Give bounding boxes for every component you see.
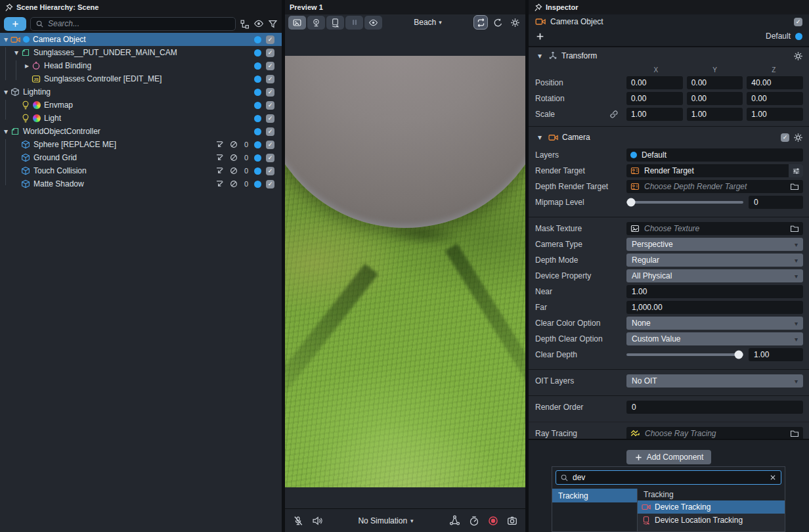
render-order-input[interactable]: 0 [626, 401, 803, 414]
layer-dot[interactable] [254, 49, 261, 56]
layer-dot[interactable] [254, 167, 261, 175]
layer-dot[interactable] [254, 141, 261, 148]
no-material-icon[interactable] [229, 140, 238, 149]
scale-x-input[interactable]: 1.00 [626, 108, 683, 121]
enabled-checkbox[interactable]: ✓ [266, 88, 274, 97]
device-property-select[interactable]: All Physical ▾ [626, 269, 803, 282]
position-x-input[interactable]: 0.00 [626, 76, 683, 89]
camera-type-select[interactable]: Perspective ▾ [626, 238, 803, 251]
no-material-icon[interactable] [229, 166, 238, 175]
clear-search-button[interactable] [769, 474, 777, 481]
preview-viewport[interactable] [285, 30, 525, 508]
image-mode-button[interactable] [288, 16, 306, 30]
mipmap-slider[interactable] [626, 201, 743, 204]
browse-button[interactable] [790, 182, 799, 191]
mipmap-value-input[interactable]: 0 [749, 196, 803, 209]
tree-row-envmap[interactable]: Envmap ✓ [0, 99, 282, 112]
performance-button[interactable] [469, 516, 479, 526]
layer-dot[interactable] [795, 33, 802, 40]
enabled-checkbox[interactable]: ✓ [266, 101, 274, 110]
chevron-down-icon[interactable]: ▾ [535, 51, 544, 60]
render-target-options-button[interactable] [789, 164, 803, 177]
clear-depth-value-input[interactable]: 1.00 [749, 348, 803, 361]
chevron-down-icon[interactable]: ▾ [12, 48, 21, 57]
expand-tree-button[interactable] [240, 19, 250, 29]
filter-button[interactable] [268, 19, 278, 29]
simulation-dropdown[interactable]: No Simulation ▾ [358, 516, 413, 525]
ray-tracing-field[interactable]: Choose Ray Tracing [626, 427, 803, 440]
enabled-checkbox[interactable]: ✓ [266, 154, 274, 162]
far-input[interactable]: 1,000.00 [626, 301, 803, 314]
device-motion-button[interactable] [449, 515, 460, 526]
slider-knob[interactable] [734, 351, 743, 359]
oit-layers-select[interactable]: No OIT ▾ [626, 374, 803, 388]
tree-row-sunglasses-controller[interactable]: Sunglasses Controller [EDIT_ME] ✓ [0, 72, 282, 85]
chevron-right-icon[interactable]: ▸ [22, 61, 32, 70]
visibility-button[interactable] [253, 18, 264, 29]
transform-section-header[interactable]: ▾ Transform [529, 47, 809, 64]
layer-dot[interactable] [254, 128, 261, 135]
layer-dot[interactable] [254, 89, 261, 96]
tree-row-head-binding[interactable]: ▸ Head Binding ✓ [0, 59, 282, 72]
tree-row-touch-collision[interactable]: Touch Collision 0 ✓ [0, 164, 282, 177]
tree-row-sunglasses[interactable]: ▾ Sunglasses__PUT_UNDER_MAIN_CAM ✓ [0, 46, 282, 59]
tree-row-camera-object[interactable]: ▾ Camera Object ✓ [0, 33, 282, 46]
add-object-button[interactable] [4, 17, 26, 31]
pause-button[interactable] [345, 16, 363, 30]
enabled-checkbox[interactable]: ✓ [266, 75, 274, 83]
speaker-button[interactable] [312, 516, 322, 526]
object-enabled-checkbox[interactable]: ✓ [794, 18, 802, 26]
rotation-x-input[interactable]: 0.00 [626, 92, 683, 105]
depth-clear-option-select[interactable]: Custom Value ▾ [626, 332, 803, 345]
tree-row-worldobjectcontroller[interactable]: ▾ WorldObjectController ✓ [0, 125, 282, 138]
position-y-input[interactable]: 0.00 [687, 76, 743, 89]
enabled-checkbox[interactable]: ✓ [266, 35, 274, 44]
webcam-mode-button[interactable] [307, 16, 325, 30]
layer-dot[interactable] [254, 102, 261, 109]
enabled-checkbox[interactable]: ✓ [266, 49, 274, 57]
layer-dot[interactable] [254, 76, 261, 83]
scale-y-input[interactable]: 1.00 [687, 108, 743, 121]
tree-row-matte-shadow[interactable]: Matte Shadow 0 ✓ [0, 177, 282, 190]
browse-button[interactable] [790, 224, 799, 233]
render-target-field[interactable]: Render Target [626, 164, 803, 177]
depth-mode-select[interactable]: Regular ▾ [626, 254, 803, 267]
hide-ui-button[interactable] [364, 16, 382, 30]
layer-dot[interactable] [254, 181, 261, 188]
no-material-icon[interactable] [229, 153, 238, 162]
environment-dropdown[interactable]: Beach ▾ [414, 18, 442, 27]
layer-dot[interactable] [254, 154, 261, 162]
layer-dot[interactable] [254, 62, 261, 70]
no-material-icon[interactable] [229, 179, 238, 188]
scale-z-input[interactable]: 1.00 [747, 108, 803, 121]
clear-color-option-select[interactable]: None ▾ [626, 317, 803, 330]
render-order-icon[interactable] [215, 140, 225, 149]
mask-texture-field[interactable]: Choose Texture [626, 222, 803, 235]
record-button[interactable] [488, 516, 498, 526]
slider-knob[interactable] [627, 198, 636, 207]
render-order-icon[interactable] [215, 153, 225, 162]
result-device-location-tracking[interactable]: Device Location Tracking [638, 514, 785, 527]
near-input[interactable]: 1.00 [626, 285, 803, 298]
chevron-down-icon[interactable]: ▾ [1, 87, 11, 97]
enabled-checkbox[interactable]: ✓ [266, 180, 274, 188]
chevron-down-icon[interactable]: ▾ [535, 133, 544, 142]
enabled-checkbox[interactable]: ✓ [266, 114, 274, 123]
device-rotate-button[interactable] [326, 16, 344, 30]
microphone-muted-button[interactable] [293, 516, 303, 526]
reset-preview-button[interactable] [491, 15, 505, 30]
snapshot-button[interactable] [507, 516, 517, 526]
restart-loop-button[interactable] [473, 15, 488, 30]
enabled-checkbox[interactable]: ✓ [266, 167, 274, 175]
tree-row-ground-grid[interactable]: Ground Grid 0 ✓ [0, 151, 282, 164]
tree-row-light[interactable]: Light ✓ [0, 112, 282, 125]
link-scale-icon[interactable] [609, 110, 619, 119]
rotation-y-input[interactable]: 0.00 [687, 92, 743, 105]
rotation-z-input[interactable]: 0.00 [747, 92, 803, 105]
enabled-checkbox[interactable]: ✓ [266, 141, 274, 149]
add-component-button[interactable]: Add Component [626, 450, 712, 464]
layer-dot[interactable] [254, 36, 261, 43]
position-z-input[interactable]: 40.00 [747, 76, 803, 89]
gear-icon[interactable] [793, 133, 803, 143]
tree-row-sphere[interactable]: Sphere [REPLACE ME] 0 ✓ [0, 138, 282, 151]
